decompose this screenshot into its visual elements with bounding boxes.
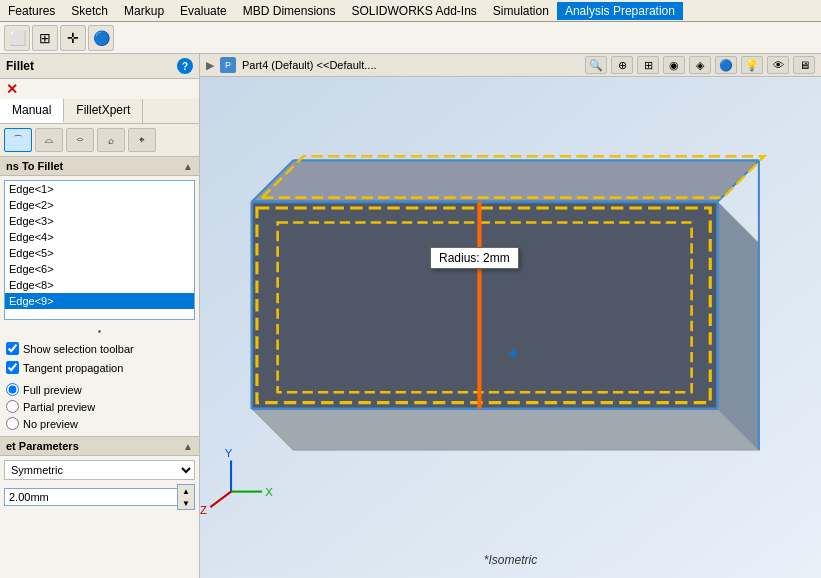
help-button[interactable]: ? (177, 58, 193, 74)
edge-item-1[interactable]: Edge<1> (5, 181, 194, 197)
symmetry-select[interactable]: Symmetric (4, 460, 195, 480)
no-preview-label: No preview (23, 418, 78, 430)
menu-simulation[interactable]: Simulation (485, 2, 557, 20)
radius-tooltip: Radius: 2mm (430, 247, 519, 269)
svg-marker-4 (252, 160, 759, 201)
toolbar-btn-4[interactable]: 🔵 (88, 25, 114, 51)
partial-preview-row: Partial preview (6, 398, 193, 415)
items-to-fillet-header[interactable]: ns To Fillet ▲ (0, 157, 199, 176)
vp-view-btn[interactable]: 🖥 (793, 56, 815, 74)
toolbar-btn-2[interactable]: ⊞ (32, 25, 58, 51)
edge-item-4[interactable]: Edge<4> (5, 229, 194, 245)
fillet-type-4[interactable]: ⌕ (97, 128, 125, 152)
tab-manual[interactable]: Manual (0, 99, 64, 123)
edge-item-3[interactable]: Edge<3> (5, 213, 194, 229)
viewport-header: ▶ P Part4 (Default) <<Default.... 🔍 ⊕ ⊞ … (200, 54, 821, 77)
no-preview-row: No preview (6, 415, 193, 432)
scroll-dot: • (98, 326, 102, 337)
full-preview-label: Full preview (23, 384, 82, 396)
menu-bar: Features Sketch Markup Evaluate MBD Dime… (0, 0, 821, 22)
close-button[interactable]: ✕ (6, 81, 18, 97)
model-svg: + X Y Z (200, 77, 821, 575)
svg-text:+: + (508, 344, 518, 363)
tab-filletxpert[interactable]: FilletXpert (64, 99, 143, 123)
menu-evaluate[interactable]: Evaluate (172, 2, 235, 20)
edge-item-8[interactable]: Edge<8> (5, 277, 194, 293)
fillet-type-5[interactable]: ⌖ (128, 128, 156, 152)
menu-addins[interactable]: SOLIDWORKS Add-Ins (343, 2, 484, 20)
radius-label: Radius: (439, 251, 480, 265)
toolbar-btn-3[interactable]: ✛ (60, 25, 86, 51)
vp-fit-btn[interactable]: ⊞ (637, 56, 659, 74)
left-panel: Fillet ? ✕ Manual FilletXpert ⌒ ⌓ ⌔ ⌕ ⌖ … (0, 54, 200, 578)
scroll-indicator: • (0, 324, 199, 339)
svg-text:Y: Y (225, 447, 233, 459)
breadcrumb-arrow: ▶ (206, 59, 214, 72)
tangent-propagation-checkbox[interactable] (6, 361, 19, 374)
spin-buttons: ▲ ▼ (177, 484, 195, 510)
full-preview-radio[interactable] (6, 383, 19, 396)
vp-search-btn[interactable]: 🔍 (585, 56, 607, 74)
viewport-tools: 🔍 ⊕ ⊞ ◉ ◈ 🔵 💡 👁 🖥 (585, 56, 815, 74)
fillet-type-1[interactable]: ⌒ (4, 128, 32, 152)
items-header-label: ns To Fillet (6, 160, 63, 172)
parameters-section: et Parameters ▲ Symmetric ▲ ▼ (0, 436, 199, 514)
partial-preview-radio[interactable] (6, 400, 19, 413)
menu-mbd[interactable]: MBD Dimensions (235, 2, 344, 20)
svg-marker-1 (252, 409, 759, 450)
part-label: Part4 (Default) <<Default.... (242, 59, 377, 71)
edges-list[interactable]: Edge<1> Edge<2> Edge<3> Edge<4> Edge<5> … (4, 180, 195, 320)
svg-marker-3 (252, 202, 718, 409)
toolbar: ⬜ ⊞ ✛ 🔵 (0, 22, 821, 54)
no-preview-radio[interactable] (6, 417, 19, 430)
spin-down-button[interactable]: ▼ (178, 497, 194, 509)
vp-light-btn[interactable]: 💡 (741, 56, 763, 74)
fillet-type-3[interactable]: ⌔ (66, 128, 94, 152)
edge-item-9[interactable]: Edge<9> (5, 293, 194, 309)
fillet-tabs: Manual FilletXpert (0, 99, 199, 124)
full-preview-row: Full preview (6, 381, 193, 398)
vp-hide-btn[interactable]: 👁 (767, 56, 789, 74)
tangent-propagation-label: Tangent propagation (23, 362, 123, 374)
fillet-type-2[interactable]: ⌓ (35, 128, 63, 152)
part-icon: P (220, 57, 236, 73)
parameters-header-label: et Parameters (6, 440, 79, 452)
show-selection-checkbox[interactable] (6, 342, 19, 355)
radius-input-row: ▲ ▼ (4, 484, 195, 510)
radius-value: 2mm (483, 251, 510, 265)
panel-title-label: Fillet (6, 59, 34, 73)
menu-sketch[interactable]: Sketch (63, 2, 116, 20)
vp-section-btn[interactable]: ◈ (689, 56, 711, 74)
toolbar-btn-1[interactable]: ⬜ (4, 25, 30, 51)
menu-features[interactable]: Features (0, 2, 63, 20)
parameters-header[interactable]: et Parameters ▲ (0, 437, 199, 456)
edge-item-6[interactable]: Edge<6> (5, 261, 194, 277)
fillet-type-icons: ⌒ ⌓ ⌔ ⌕ ⌖ (0, 124, 199, 157)
svg-text:Z: Z (200, 504, 207, 516)
edge-item-2[interactable]: Edge<2> (5, 197, 194, 213)
vp-zoom-btn[interactable]: ⊕ (611, 56, 633, 74)
view-label: *Isometric (484, 553, 537, 567)
vp-display-btn[interactable]: 🔵 (715, 56, 737, 74)
partial-preview-label: Partial preview (23, 401, 95, 413)
show-selection-row: Show selection toolbar (0, 339, 199, 358)
svg-marker-2 (718, 202, 759, 450)
preview-options: Full preview Partial preview No preview (0, 377, 199, 436)
params-collapse-icon[interactable]: ▲ (183, 441, 193, 452)
spin-up-button[interactable]: ▲ (178, 485, 194, 497)
items-collapse-icon[interactable]: ▲ (183, 161, 193, 172)
viewport: ▶ P Part4 (Default) <<Default.... 🔍 ⊕ ⊞ … (200, 54, 821, 578)
menu-markup[interactable]: Markup (116, 2, 172, 20)
tangent-propagation-row: Tangent propagation (0, 358, 199, 377)
model-area: + X Y Z Radius: 2mm *Isometric (200, 77, 821, 575)
show-selection-label: Show selection toolbar (23, 343, 134, 355)
vp-orient-btn[interactable]: ◉ (663, 56, 685, 74)
menu-analysis-preparation[interactable]: Analysis Preparation (557, 2, 683, 20)
edge-item-5[interactable]: Edge<5> (5, 245, 194, 261)
radius-input[interactable] (4, 488, 177, 506)
svg-text:X: X (265, 486, 273, 498)
panel-title-bar: Fillet ? (0, 54, 199, 79)
main-layout: Fillet ? ✕ Manual FilletXpert ⌒ ⌓ ⌔ ⌕ ⌖ … (0, 54, 821, 578)
